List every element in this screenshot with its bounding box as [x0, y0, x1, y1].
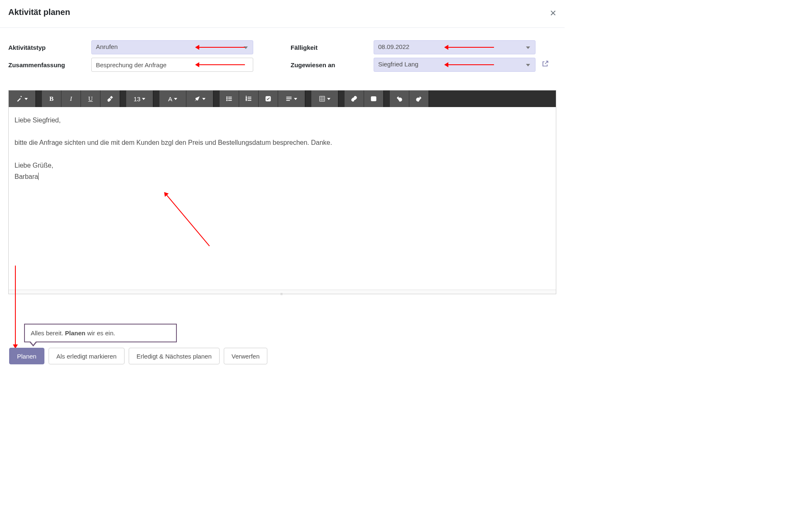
svg-rect-1 [228, 97, 232, 97]
modal-header: Aktivität planen × [0, 0, 565, 28]
text-cursor [38, 173, 39, 180]
eraser-button[interactable] [100, 90, 120, 107]
highlight-button[interactable] [186, 90, 213, 107]
select-assigned-to-value: Siegfried Lang [378, 61, 418, 68]
modal-footer: Planen Als erledigt markieren Erledigt &… [9, 348, 267, 364]
table-button[interactable] [311, 90, 338, 107]
rich-text-editor: B I U 13 A 123 [8, 90, 556, 294]
modal-title: Aktivität planen [8, 7, 70, 17]
resize-handle[interactable] [9, 290, 556, 294]
annotation-arrow [15, 266, 16, 344]
svg-rect-14 [286, 98, 291, 99]
svg-point-0 [226, 97, 227, 98]
tooltip: Alles bereit. Planen wir es ein. [24, 324, 177, 342]
unordered-list-button[interactable] [220, 90, 239, 107]
svg-rect-9 [248, 98, 251, 99]
svg-point-2 [226, 98, 227, 100]
svg-rect-3 [228, 98, 232, 99]
annotation-arrow [199, 64, 245, 65]
editor-line: bitte die Anfrage sichten und die mit de… [15, 137, 550, 148]
checklist-button[interactable] [259, 90, 278, 107]
annotation-arrow [448, 47, 494, 48]
label-assigned-to: Zugewiesen an [291, 61, 374, 68]
svg-rect-5 [228, 100, 232, 100]
tooltip-text-bold: Planen [65, 329, 86, 337]
annotation-arrow [199, 47, 245, 48]
mark-done-button[interactable]: Als erledigt markieren [49, 348, 125, 364]
font-color-letter: A [168, 95, 172, 102]
svg-rect-16 [320, 96, 325, 101]
label-summary: Zusammenfassung [8, 61, 91, 68]
input-due-date-value: 08.09.2022 [378, 43, 409, 50]
tooltip-text-post: wir es ein. [86, 329, 115, 337]
underline-button[interactable]: U [81, 90, 100, 107]
image-button[interactable] [364, 90, 383, 107]
font-size-value: 13 [134, 95, 141, 102]
select-activity-type-value: Anrufen [96, 43, 118, 50]
editor-content[interactable]: Liebe Siegfried, bitte die Anfrage sicht… [9, 107, 556, 290]
svg-rect-15 [286, 100, 290, 100]
italic-button[interactable]: I [61, 90, 81, 107]
editor-line: Barbara [15, 173, 38, 180]
form-area: Aktivitätstyp Anrufen Fälligkeit 08.09.2… [0, 28, 565, 79]
label-due-date: Fälligkeit [291, 44, 374, 51]
editor-toolbar: B I U 13 A 123 [9, 90, 556, 107]
done-and-next-button[interactable]: Erledigt & Nächstes planen [129, 348, 220, 364]
svg-text:3: 3 [246, 99, 247, 101]
plan-button[interactable]: Planen [9, 348, 44, 364]
font-size-button[interactable]: 13 [126, 90, 153, 107]
link-button[interactable] [345, 90, 364, 107]
ordered-list-button[interactable]: 123 [239, 90, 258, 107]
svg-rect-13 [286, 97, 291, 97]
redo-button[interactable] [409, 90, 428, 107]
discard-button[interactable]: Verwerfen [224, 348, 268, 364]
magic-wand-button[interactable] [9, 90, 35, 107]
svg-point-4 [226, 100, 227, 101]
bold-button[interactable]: B [42, 90, 61, 107]
paragraph-button[interactable] [278, 90, 305, 107]
external-link-icon[interactable] [541, 60, 549, 70]
font-color-button[interactable]: A [159, 90, 186, 107]
editor-line: Liebe Siegfried, [15, 115, 550, 126]
annotation-arrow [448, 64, 494, 65]
label-activity-type: Aktivitätstyp [8, 44, 91, 51]
editor-line: Liebe Grüße, [15, 160, 550, 171]
close-icon[interactable]: × [550, 7, 556, 18]
tooltip-text-pre: Alles bereit. [31, 329, 65, 337]
svg-rect-11 [248, 100, 251, 100]
svg-rect-7 [248, 97, 251, 97]
undo-button[interactable] [390, 90, 409, 107]
